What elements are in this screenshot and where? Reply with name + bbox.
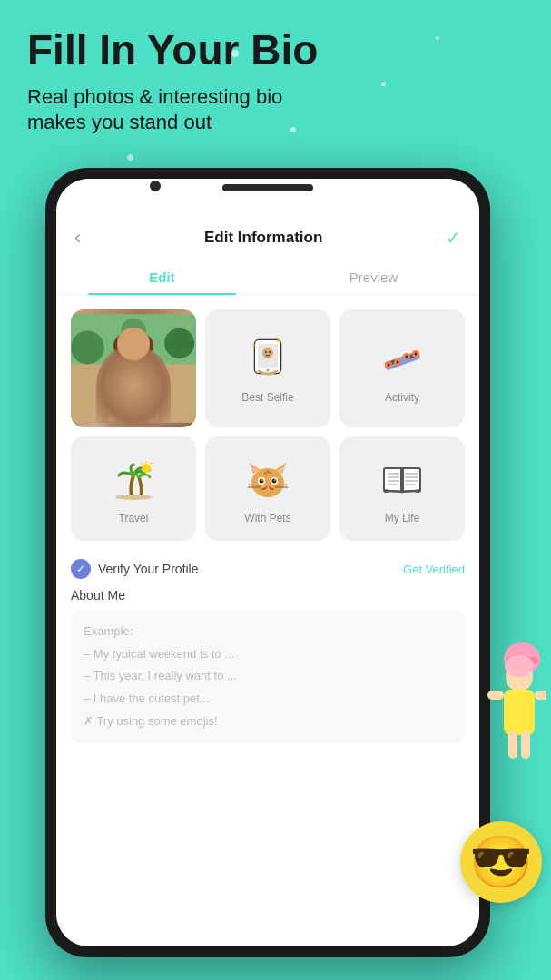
phone-frame: ‹ Edit Information ✓ Edit Preview	[45, 168, 490, 957]
confirm-button[interactable]: ✓	[446, 227, 461, 249]
svg-rect-69	[504, 690, 535, 735]
activity-cell[interactable]: Activity	[339, 309, 465, 427]
svg-rect-10	[115, 352, 123, 381]
svg-rect-5	[108, 377, 158, 423]
girl-decoration	[460, 632, 546, 780]
screen-content: ‹ Edit Information ✓ Edit Preview	[56, 179, 479, 946]
svg-line-36	[151, 463, 153, 465]
svg-point-9	[113, 331, 153, 361]
svg-point-49	[274, 479, 276, 481]
nav-title: Edit Information	[204, 229, 322, 247]
about-me-section: About Me Example: – My typical weekend i…	[56, 584, 479, 750]
svg-point-4	[121, 318, 146, 344]
svg-point-38	[115, 495, 152, 500]
travel-icon	[110, 457, 157, 506]
activity-label: Activity	[385, 391, 419, 404]
svg-point-30	[388, 364, 390, 367]
svg-point-3	[164, 328, 194, 358]
svg-rect-72	[508, 731, 517, 759]
svg-point-68	[505, 655, 534, 677]
svg-point-8	[115, 338, 152, 377]
best-selfie-cell[interactable]: ✦ ✦ Best Selfie	[205, 309, 330, 427]
phone-inner: ‹ Edit Information ✓ Edit Preview	[56, 179, 479, 946]
svg-rect-70	[487, 691, 504, 700]
tab-preview[interactable]: Preview	[268, 260, 479, 294]
svg-point-32	[406, 356, 408, 358]
svg-rect-1	[71, 364, 196, 422]
skateboard-icon	[379, 337, 426, 386]
user-photo-cell[interactable]	[71, 309, 196, 427]
svg-rect-11	[143, 352, 152, 381]
svg-point-7	[108, 366, 158, 379]
verify-section: ✓ Verify Your Profile Get Verified	[56, 550, 479, 584]
phone-camera	[150, 181, 161, 191]
svg-point-19	[269, 351, 271, 353]
svg-point-33	[415, 353, 418, 356]
about-me-placeholder: Example: – My typical weekend is to ... …	[84, 621, 452, 732]
book-icon	[379, 457, 426, 506]
best-selfie-label: Best Selfie	[241, 391, 293, 404]
svg-point-47	[272, 478, 277, 483]
svg-rect-73	[521, 731, 530, 759]
svg-line-37	[142, 463, 143, 465]
user-photo	[71, 309, 196, 427]
tab-edit[interactable]: Edit	[56, 260, 268, 294]
tab-bar: Edit Preview	[56, 260, 479, 295]
get-verified-link[interactable]: Get Verified	[403, 563, 465, 576]
svg-point-31	[397, 361, 399, 364]
photo-grid: ✦ ✦ Best Selfie	[56, 295, 479, 550]
pets-label: With Pets	[244, 512, 290, 524]
svg-point-12	[124, 357, 130, 362]
pets-cell[interactable]: With Pets	[205, 436, 330, 541]
verify-label: Verify Your Profile	[98, 562, 199, 576]
svg-text:✦: ✦	[251, 343, 256, 348]
verify-shield-icon: ✓	[71, 559, 91, 579]
sub-title: Real photos & interesting biomakes you s…	[27, 84, 524, 136]
header-section: Fill In Your Bio Real photos & interesti…	[27, 27, 524, 136]
svg-point-18	[265, 351, 267, 353]
svg-point-17	[262, 348, 273, 358]
my-life-cell[interactable]: My Life	[339, 436, 465, 541]
travel-cell[interactable]: Travel	[71, 436, 196, 541]
verify-label-group: ✓ Verify Your Profile	[71, 559, 199, 579]
emoji-decoration	[460, 821, 542, 903]
svg-rect-71	[535, 691, 546, 700]
svg-rect-6	[113, 374, 154, 420]
main-title: Fill In Your Bio	[27, 27, 524, 74]
travel-label: Travel	[119, 512, 149, 524]
back-button[interactable]: ‹	[74, 226, 81, 250]
svg-point-22	[267, 369, 270, 372]
about-me-box[interactable]: Example: – My typical weekend is to ... …	[71, 610, 465, 743]
svg-point-46	[260, 478, 264, 483]
svg-point-2	[71, 331, 104, 365]
pets-icon	[244, 457, 291, 506]
my-life-label: My Life	[385, 512, 420, 524]
svg-point-48	[261, 479, 263, 481]
selfie-icon: ✦ ✦	[246, 337, 290, 386]
svg-point-13	[138, 357, 143, 362]
phone-notch	[222, 184, 313, 191]
svg-point-34	[142, 464, 151, 473]
about-me-label: About Me	[71, 588, 465, 603]
svg-text:✦: ✦	[275, 338, 281, 346]
